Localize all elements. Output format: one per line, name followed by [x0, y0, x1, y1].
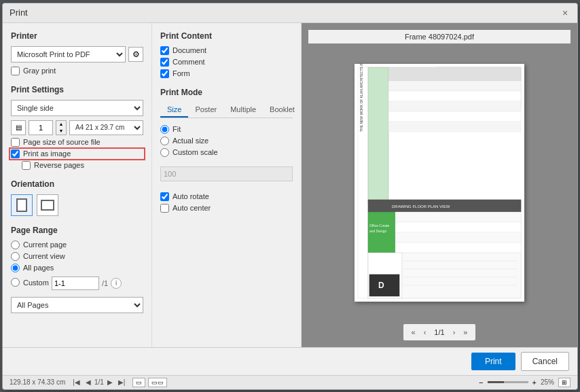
document-checkbox[interactable]	[160, 46, 169, 55]
preview-first-button[interactable]: «	[409, 327, 418, 338]
dimensions-display: 129.18 x 74.33 cm	[10, 378, 65, 386]
status-first-button[interactable]: |◀	[71, 378, 82, 387]
tab-booklet[interactable]: Booklet	[263, 103, 302, 118]
custom-radio[interactable]	[11, 278, 20, 287]
fit-window-button[interactable]: ⊞	[558, 378, 570, 387]
preview-area: THE NEW WORK OF KLAN ARCHITECTS INC.	[308, 48, 570, 319]
current-page-radio[interactable]	[11, 240, 20, 249]
orientation-buttons	[11, 194, 143, 216]
portrait-button[interactable]	[11, 194, 33, 216]
continuous-view[interactable]: ▭▭	[148, 378, 167, 387]
form-checkbox[interactable]	[160, 69, 169, 78]
custom-scale-radio[interactable]	[160, 148, 169, 157]
comment-checkbox[interactable]	[160, 58, 169, 67]
portrait-icon	[16, 198, 27, 212]
print-as-image-row: Print as image	[11, 149, 143, 158]
printer-section-title: Printer	[11, 31, 143, 41]
custom-input-row: /1 i	[52, 277, 122, 290]
svg-rect-24	[402, 253, 521, 298]
svg-text:D: D	[378, 281, 384, 290]
zoom-out-button[interactable]: −	[479, 378, 483, 387]
single-page-view[interactable]: ▭	[132, 378, 145, 387]
tab-multiple[interactable]: Multiple	[223, 103, 263, 118]
tab-poster[interactable]: Poster	[188, 103, 223, 118]
all-pages-radio[interactable]	[11, 264, 20, 272]
svg-rect-20	[395, 243, 521, 253]
gray-print-checkbox[interactable]	[11, 67, 20, 75]
pages-row: ▤ ▲ ▼ A4 21 x 29.7 cm	[11, 120, 143, 135]
preview-title: Frame 48097024.pdf	[308, 30, 570, 43]
form-label: Form	[173, 69, 190, 77]
middle-panel: Print Content Document Comment Form Prin…	[152, 23, 302, 347]
landscape-icon	[41, 200, 54, 211]
pages-up[interactable]: ▲	[56, 121, 66, 128]
landscape-button[interactable]	[37, 194, 58, 216]
svg-rect-9	[388, 111, 521, 122]
all-pages-type-select[interactable]: All Pages	[11, 297, 143, 313]
preview-next-button[interactable]: ›	[450, 327, 458, 338]
auto-center-checkbox[interactable]	[160, 204, 169, 213]
pages-spinner: ▲ ▼	[56, 120, 67, 135]
sides-select[interactable]: Single side	[11, 100, 143, 116]
reverse-pages-checkbox[interactable]	[22, 161, 31, 170]
auto-rotate-checkbox[interactable]	[160, 192, 169, 201]
zoom-in-button[interactable]: +	[532, 378, 537, 387]
pages-down[interactable]: ▼	[56, 128, 66, 135]
fit-row: Fit	[160, 125, 293, 134]
status-prev-button[interactable]: ◀	[84, 378, 93, 387]
all-pages-row: All pages	[11, 264, 143, 272]
custom-pages-input[interactable]	[52, 277, 99, 290]
preview-navigation: « ‹ 1/1 › »	[403, 324, 476, 340]
orientation-title: Orientation	[11, 179, 143, 189]
preview-last-button[interactable]: »	[460, 327, 470, 338]
print-dialog: Print × Printer Microsoft Print to PDF ⚙…	[2, 3, 578, 390]
status-right: − + 25% ⊞	[479, 378, 570, 387]
page-range-info-icon[interactable]: i	[111, 278, 122, 289]
paper-size-select[interactable]: A4 21 x 29.7 cm	[69, 120, 143, 135]
svg-rect-22	[369, 274, 399, 296]
actual-size-label: Actual size	[173, 137, 209, 145]
status-page-indicator: 1/1	[94, 378, 104, 386]
bottom-bar: Print Cancel	[3, 347, 577, 375]
svg-rect-10	[388, 122, 521, 132]
current-view-radio[interactable]	[11, 252, 20, 261]
print-as-image-checkbox[interactable]	[11, 149, 20, 158]
svg-rect-18	[395, 222, 521, 232]
comment-row: Comment	[160, 58, 293, 67]
left-panel: Printer Microsoft Print to PDF ⚙ Gray pr…	[3, 23, 152, 347]
document-row: Document	[160, 46, 293, 55]
svg-rect-4	[368, 67, 388, 203]
print-mode-title: Print Mode	[160, 88, 293, 97]
page-size-source-checkbox[interactable]	[11, 138, 20, 147]
status-last-button[interactable]: ▶|	[116, 378, 128, 387]
current-page-label: Current page	[23, 240, 67, 249]
actual-size-radio[interactable]	[160, 137, 169, 145]
current-view-label: Current view	[23, 252, 65, 260]
preview-prev-button[interactable]: ‹	[421, 327, 429, 338]
close-button[interactable]: ×	[560, 7, 570, 18]
svg-rect-19	[395, 232, 521, 243]
fit-label: Fit	[173, 125, 181, 133]
reverse-pages-row: Reverse pages	[22, 161, 143, 170]
dialog-title: Print	[10, 7, 28, 18]
pages-icon: ▤	[11, 120, 26, 135]
status-next-button[interactable]: ▶	[105, 378, 115, 387]
reverse-pages-label: Reverse pages	[34, 161, 84, 169]
tab-size[interactable]: Size	[160, 103, 188, 118]
bottom-right: Print Cancel	[471, 352, 569, 371]
right-panel: Frame 48097024.pdf THE NEW WORK OF KLAN …	[302, 23, 577, 347]
printer-row: Microsoft Print to PDF ⚙	[11, 46, 143, 63]
svg-rect-8	[388, 101, 521, 111]
printer-settings-button[interactable]: ⚙	[128, 47, 143, 62]
pages-input[interactable]	[29, 120, 53, 135]
svg-rect-5	[388, 67, 521, 81]
status-bar: 129.18 x 74.33 cm |◀ ◀ 1/1 ▶ ▶| ▭ ▭▭ − +…	[3, 375, 577, 389]
zoom-slider[interactable]	[488, 381, 528, 383]
auto-rotate-row: Auto rotate	[160, 192, 293, 201]
printer-select[interactable]: Microsoft Print to PDF	[11, 46, 126, 63]
svg-rect-7	[388, 91, 521, 101]
cancel-button[interactable]: Cancel	[521, 352, 569, 371]
print-mode-tabs: Size Poster Multiple Booklet	[160, 103, 293, 118]
fit-radio[interactable]	[160, 125, 169, 134]
print-button[interactable]: Print	[471, 353, 515, 370]
